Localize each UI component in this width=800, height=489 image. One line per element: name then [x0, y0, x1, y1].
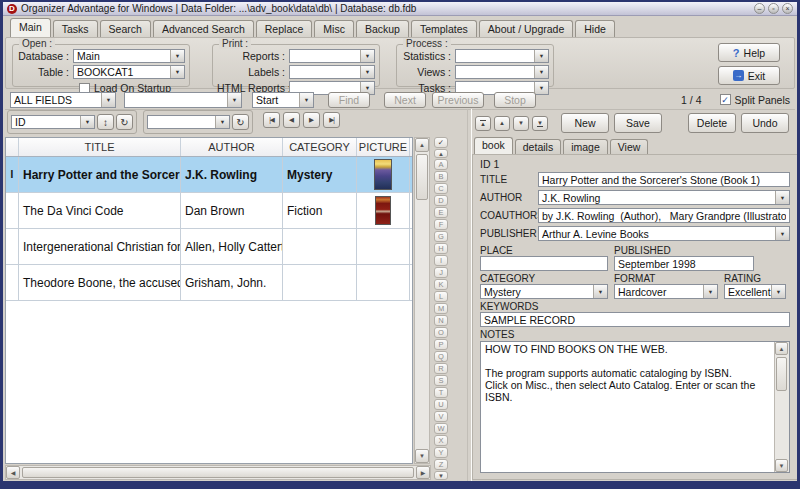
- alphabet-letter-c[interactable]: C: [434, 183, 448, 194]
- search-field-select[interactable]: ALL FIELDS: [10, 92, 116, 108]
- tab-book[interactable]: book: [474, 137, 513, 154]
- alphabet-letter-y[interactable]: Y: [434, 447, 448, 458]
- grid-column-header[interactable]: AUTHOR: [181, 138, 283, 156]
- scroll-down-icon[interactable]: [775, 459, 788, 472]
- table-row[interactable]: The Da Vinci CodeDan BrownFiction: [6, 193, 412, 229]
- alphabet-letter-a[interactable]: A: [434, 159, 448, 170]
- tab-view[interactable]: View: [610, 139, 649, 154]
- keywords-field[interactable]: [480, 312, 790, 327]
- grid-vertical-scrollbar[interactable]: [414, 137, 430, 464]
- undo-button[interactable]: Undo: [741, 113, 789, 133]
- table-row[interactable]: Theodore Boone, the accusedGrisham, John…: [6, 265, 412, 301]
- alphabet-letter-g[interactable]: G: [434, 231, 448, 242]
- filter-select[interactable]: [147, 115, 230, 129]
- published-field[interactable]: [614, 256, 754, 271]
- alphabet-letter-j[interactable]: J: [434, 267, 448, 278]
- alphabet-letter-m[interactable]: M: [434, 303, 448, 314]
- scroll-up-icon[interactable]: [775, 342, 788, 355]
- first-record-button[interactable]: [263, 112, 280, 128]
- sort-direction-button[interactable]: [97, 114, 114, 130]
- title-field[interactable]: [538, 172, 790, 187]
- alphabet-letter-w[interactable]: W: [434, 423, 448, 434]
- scroll-right-icon[interactable]: [416, 466, 430, 479]
- publisher-select[interactable]: Arthur A. Levine Books: [538, 226, 790, 241]
- scrollbar-thumb[interactable]: [776, 357, 787, 391]
- refresh-sort-button[interactable]: [116, 114, 133, 130]
- tab-tasks[interactable]: Tasks: [53, 20, 98, 37]
- views-select[interactable]: [455, 65, 549, 79]
- scrollbar-thumb[interactable]: [416, 154, 428, 200]
- tab-replace[interactable]: Replace: [256, 20, 313, 37]
- previous-record-button[interactable]: [283, 112, 300, 128]
- tab-image[interactable]: image: [563, 139, 608, 154]
- tab-main[interactable]: Main: [10, 18, 51, 37]
- tab-search[interactable]: Search: [100, 20, 151, 37]
- tab-details[interactable]: details: [515, 139, 561, 154]
- alphabet-letter-e[interactable]: E: [434, 207, 448, 218]
- alphabet-letter-r[interactable]: R: [434, 363, 448, 374]
- table-row[interactable]: Intergenerational Christian formatiAllen…: [6, 229, 412, 265]
- table-row[interactable]: IHarry Potter and the SorcererJ.K. Rowli…: [6, 157, 412, 193]
- scroll-down-icon[interactable]: [415, 449, 429, 463]
- tab-misc[interactable]: Misc: [314, 20, 354, 37]
- next-record-button[interactable]: [303, 112, 320, 128]
- table-select[interactable]: BOOKCAT1: [73, 65, 185, 79]
- alphabet-letter-z[interactable]: Z: [434, 459, 448, 470]
- tab-backup[interactable]: Backup: [356, 20, 409, 37]
- alphabet-letter-b[interactable]: B: [434, 171, 448, 182]
- form-last-record-button[interactable]: [532, 116, 548, 131]
- search-term-input[interactable]: [124, 92, 242, 108]
- next-button[interactable]: Next: [384, 92, 426, 108]
- notes-scrollbar[interactable]: [774, 342, 789, 472]
- grid-column-header[interactable]: TITLE: [19, 138, 181, 156]
- stop-button[interactable]: Stop: [494, 92, 536, 108]
- match-mode-select[interactable]: Start: [252, 92, 314, 108]
- place-field[interactable]: [480, 256, 608, 271]
- alphabet-letter-q[interactable]: Q: [434, 351, 448, 362]
- category-select[interactable]: Mystery: [480, 284, 608, 299]
- tab-advanced-search[interactable]: Advanced Search: [153, 20, 254, 37]
- scrollbar-thumb[interactable]: [22, 467, 414, 478]
- labels-select[interactable]: [289, 65, 375, 79]
- previous-button[interactable]: Previous: [432, 92, 484, 108]
- alphabet-letter-u[interactable]: U: [434, 399, 448, 410]
- grid-column-header[interactable]: PICTURE: [357, 138, 410, 156]
- database-select[interactable]: Main: [73, 49, 185, 63]
- close-icon[interactable]: ×: [782, 3, 793, 14]
- reports-select[interactable]: [289, 49, 375, 63]
- form-previous-record-button[interactable]: [494, 116, 510, 131]
- statistics-select[interactable]: [455, 49, 549, 63]
- split-panels-checkbox[interactable]: ✓: [720, 94, 731, 105]
- alphabet-letter-n[interactable]: N: [434, 315, 448, 326]
- alphabet-letter-l[interactable]: L: [434, 291, 448, 302]
- alphabet-letter-x[interactable]: X: [434, 435, 448, 446]
- alphabet-letter-v[interactable]: V: [434, 411, 448, 422]
- grid-column-header[interactable]: CATEGORY: [283, 138, 357, 156]
- maximize-icon[interactable]: ▫: [768, 3, 779, 14]
- alphabet-letter-h[interactable]: H: [434, 243, 448, 254]
- tab-templates[interactable]: Templates: [411, 20, 477, 37]
- new-button[interactable]: New: [561, 113, 609, 133]
- scroll-left-icon[interactable]: [6, 466, 20, 479]
- minimize-icon[interactable]: –: [754, 3, 765, 14]
- save-button[interactable]: Save: [614, 113, 662, 133]
- alphabet-letter-f[interactable]: F: [434, 219, 448, 230]
- alphabet-letter-k[interactable]: K: [434, 279, 448, 290]
- alphabet-letter-o[interactable]: O: [434, 327, 448, 338]
- format-select[interactable]: Hardcover: [614, 284, 718, 299]
- form-first-record-button[interactable]: [475, 116, 491, 131]
- alphabet-letter-d[interactable]: D: [434, 195, 448, 206]
- exit-button[interactable]: → Exit: [718, 66, 780, 85]
- help-button[interactable]: ? Help: [718, 43, 780, 62]
- author-select[interactable]: J.K. Rowling: [538, 190, 790, 205]
- alphabet-letter-s[interactable]: S: [434, 375, 448, 386]
- scroll-up-icon[interactable]: [415, 138, 429, 152]
- coauthors-field[interactable]: [538, 208, 790, 223]
- alphabet-scroll-down-icon[interactable]: [434, 471, 448, 480]
- alphabet-filter-check-icon[interactable]: ✓: [434, 137, 448, 148]
- find-button[interactable]: Find: [328, 92, 370, 108]
- tab-hide[interactable]: Hide: [575, 20, 615, 37]
- alphabet-scroll-up-icon[interactable]: [434, 149, 448, 158]
- alphabet-letter-p[interactable]: P: [434, 339, 448, 350]
- alphabet-letter-i[interactable]: I: [434, 255, 448, 266]
